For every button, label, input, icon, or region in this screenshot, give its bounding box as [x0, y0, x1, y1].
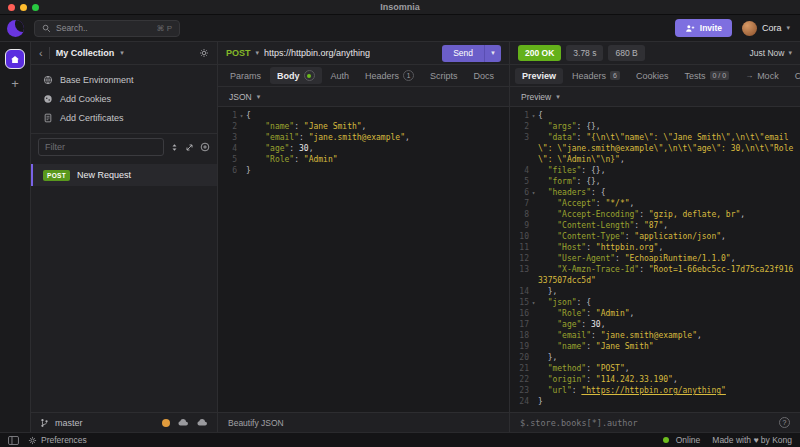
- status-badge: 200 OK: [518, 45, 561, 61]
- line-number: 12: [510, 253, 529, 264]
- global-search-button[interactable]: Search.. ⌘ P: [34, 20, 180, 37]
- request-tab-docs[interactable]: Docs: [467, 68, 502, 84]
- send-button[interactable]: Send: [442, 45, 484, 62]
- request-panel: POST ▾ https://httpbin.org/anything Send…: [218, 42, 510, 432]
- collection-settings-button[interactable]: [199, 48, 209, 58]
- fold-gutter: [529, 209, 538, 220]
- add-project-button[interactable]: +: [11, 78, 19, 90]
- collection-name[interactable]: My Collection: [56, 48, 115, 58]
- cloud-pull-icon[interactable]: [177, 418, 189, 427]
- sidebar-item-add-cookies[interactable]: Add Cookies: [31, 89, 217, 108]
- code-line: 3 "data": "{\n\t\"name\": \"Jane Smith\"…: [510, 132, 800, 165]
- line-number: 6: [218, 165, 237, 176]
- line-number: 4: [218, 143, 237, 154]
- search-placeholder: Search..: [56, 23, 88, 33]
- invite-button[interactable]: Invite: [675, 19, 732, 37]
- response-body-viewer[interactable]: 1▾{2 "args": {},3 "data": "{\n\t\"name\"…: [510, 107, 800, 412]
- request-url-input[interactable]: https://httpbin.org/anything: [264, 48, 370, 58]
- fold-gutter: [529, 231, 538, 242]
- request-method[interactable]: POST: [226, 48, 251, 58]
- body-type-selector[interactable]: JSON: [229, 92, 252, 102]
- fold-gutter: [237, 143, 246, 154]
- send-options-button[interactable]: ▼: [484, 45, 501, 62]
- code-line: 14 },: [510, 286, 800, 297]
- response-tab-mock[interactable]: →Mock: [738, 68, 786, 84]
- user-avatar: [742, 21, 757, 36]
- chevron-down-icon[interactable]: ▾: [120, 49, 124, 57]
- code-text: "form": {},: [538, 176, 800, 187]
- code-line: 20 },: [510, 352, 800, 363]
- uncommitted-changes-icon[interactable]: [162, 419, 170, 427]
- code-line: 3 "email": "jane.smith@example",: [218, 132, 509, 143]
- fold-marker-icon[interactable]: ▾: [529, 110, 538, 121]
- response-history-dropdown[interactable]: Just Now ▾: [750, 48, 792, 58]
- toggle-sidebar-icon[interactable]: [8, 436, 19, 445]
- create-request-button[interactable]: [200, 142, 210, 152]
- filter-help-icon[interactable]: ?: [779, 417, 790, 428]
- code-text: "headers": {: [538, 187, 800, 198]
- sort-icon[interactable]: [170, 143, 179, 152]
- chevron-down-icon[interactable]: ▾: [556, 93, 560, 101]
- home-button[interactable]: [5, 49, 25, 69]
- code-text: "data": "{\n\t\"name\": \"Jane Smith\",\…: [538, 132, 800, 165]
- request-tab-body[interactable]: Body: [270, 67, 322, 84]
- code-text: "Content-Type": "application/json",: [538, 231, 800, 242]
- fold-gutter: [529, 352, 538, 363]
- code-text: "email": "jane.smith@example",: [538, 330, 800, 341]
- request-list-item[interactable]: POSTNew Request: [31, 164, 217, 186]
- code-text: "Content-Length": "87",: [538, 220, 800, 231]
- response-tab-headers[interactable]: Headers6: [565, 68, 627, 84]
- sidebar-item-base-environment[interactable]: Base Environment: [31, 70, 217, 89]
- minimize-window-button[interactable]: [20, 4, 27, 11]
- cloud-push-icon[interactable]: [196, 418, 208, 427]
- app-header: Search.. ⌘ P Invite Cora ▾: [0, 15, 800, 42]
- line-number: 1: [218, 110, 237, 121]
- response-panel: 200 OK 3.78 s 680 B Just Now ▾ PreviewHe…: [510, 42, 800, 432]
- sidebar-filter-input[interactable]: [38, 138, 164, 156]
- response-tab-cookies[interactable]: Cookies: [629, 68, 676, 84]
- beautify-json-button[interactable]: Beautify JSON: [228, 418, 284, 428]
- request-tab-auth[interactable]: Auth: [324, 68, 357, 84]
- status-bar: Preferences Online Made with ♥ by Kong: [0, 432, 800, 447]
- response-tab-console[interactable]: Console: [788, 68, 800, 84]
- response-panel-footer: ?: [510, 412, 800, 432]
- fold-marker-icon[interactable]: ▾: [237, 110, 246, 121]
- response-tab-tests[interactable]: Tests0 / 0: [677, 68, 736, 84]
- tab-label: Cookies: [636, 71, 669, 81]
- chevron-down-icon[interactable]: ▾: [257, 93, 261, 101]
- close-window-button[interactable]: [8, 4, 15, 11]
- method-chevron-icon[interactable]: ▾: [256, 49, 260, 57]
- sidebar-item-add-certificates[interactable]: Add Certificates: [31, 108, 217, 127]
- request-list: POSTNew Request: [31, 160, 217, 412]
- request-tab-params[interactable]: Params: [223, 68, 268, 84]
- line-number: 15: [510, 297, 529, 308]
- code-text: "url": "https://httpbin.org/anything": [538, 385, 800, 396]
- tab-label: Mock: [757, 71, 779, 81]
- code-text: "name": "Jane Smith": [538, 341, 800, 352]
- line-number: 6: [510, 187, 529, 198]
- online-status[interactable]: Online: [663, 435, 701, 445]
- tab-label: Docs: [474, 71, 495, 81]
- fold-gutter: [237, 165, 246, 176]
- request-tab-headers[interactable]: Headers1: [358, 67, 421, 84]
- branch-name[interactable]: master: [55, 418, 83, 428]
- fold-marker-icon[interactable]: ▾: [529, 297, 538, 308]
- user-menu[interactable]: Cora ▾: [742, 21, 790, 36]
- home-icon: [10, 55, 20, 64]
- fold-gutter: [529, 264, 538, 286]
- code-text: },: [538, 352, 800, 363]
- sidebar-item-label: Add Cookies: [60, 94, 111, 104]
- cookie-icon: [42, 94, 53, 104]
- maximize-window-button[interactable]: [32, 4, 39, 11]
- preview-mode-selector[interactable]: Preview: [521, 92, 551, 102]
- sidebar-footer: master: [31, 412, 217, 432]
- preferences-button[interactable]: Preferences: [28, 435, 87, 445]
- code-line: 6▾ "headers": {: [510, 187, 800, 198]
- request-body-editor[interactable]: 1▾{2 "name": "Jane Smith",3 "email": "ja…: [218, 107, 509, 412]
- response-tab-preview[interactable]: Preview: [515, 68, 563, 84]
- response-filter-input[interactable]: [520, 418, 773, 428]
- request-tab-scripts[interactable]: Scripts: [423, 68, 465, 84]
- fold-marker-icon[interactable]: ▾: [529, 187, 538, 198]
- back-chevron-icon[interactable]: ‹: [39, 48, 43, 58]
- expand-icon[interactable]: [185, 143, 194, 152]
